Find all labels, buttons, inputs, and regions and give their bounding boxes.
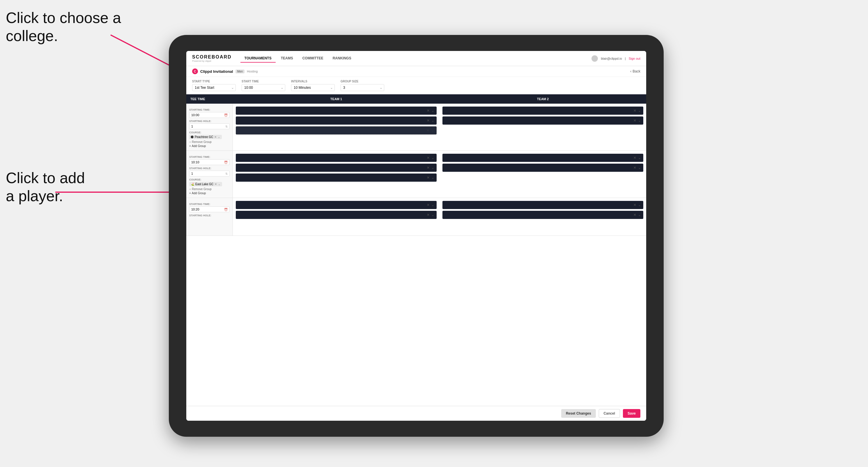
- expand-icon[interactable]: ⌄: [431, 166, 434, 170]
- player-row: ✕ ⌄: [236, 201, 437, 209]
- player-row: ✕ ⌄: [236, 174, 437, 182]
- start-type-select[interactable]: 1st Tee Start: [192, 84, 236, 91]
- hosting-tag: Hosting: [247, 70, 258, 73]
- col-tee-time: Tee Time: [186, 94, 233, 104]
- expand-icon[interactable]: ⌄: [638, 213, 641, 217]
- cancel-button[interactable]: Cancel: [599, 409, 620, 418]
- expand-course-icon-2[interactable]: ⌄: [218, 183, 220, 186]
- tee-team1-1: ✕ ⌄ ✕ ⌄ ✕ ⌄: [233, 104, 439, 151]
- tab-committee[interactable]: COMMITTEE: [298, 55, 328, 63]
- main-content: Tee Time Team 1 Team 2 STARTING TIME: 10…: [186, 94, 646, 406]
- course-label-1: COURSE:: [189, 131, 230, 134]
- tee-team2-1: ✕ ⌄ ✕ ⌄: [439, 104, 646, 151]
- tee-left-2: STARTING TIME: 10:10 ⏰ STARTING HOLE: 1 …: [186, 151, 233, 198]
- course-tag-1[interactable]: 🅐 Peachtree GC ✕ ⌄: [189, 135, 222, 139]
- expand-icon[interactable]: ⌄: [638, 156, 641, 160]
- save-button[interactable]: Save: [623, 409, 640, 418]
- close-icon[interactable]: ✕: [427, 156, 430, 160]
- close-icon[interactable]: ✕: [633, 213, 636, 217]
- intervals-select[interactable]: 10 Minutes: [291, 84, 335, 91]
- close-icon[interactable]: ✕: [427, 176, 430, 180]
- tee-team2-2: ✕ ⌄ ✕ ⌄: [439, 151, 646, 198]
- start-type-label: Start Type: [192, 80, 236, 83]
- minus-icon-2: ○: [189, 187, 191, 191]
- remove-group-btn-1[interactable]: ○ Remove Group: [189, 140, 230, 144]
- group-size-wrapper[interactable]: 3: [341, 84, 384, 91]
- back-button[interactable]: ‹ Back: [630, 69, 640, 73]
- tab-tournaments[interactable]: TOURNAMENTS: [241, 55, 276, 63]
- expand-icon[interactable]: ⌄: [638, 203, 641, 207]
- pipe-separator: |: [625, 57, 626, 60]
- breadcrumb: C Clippd Invitational Men Hosting: [192, 68, 258, 74]
- starting-time-input-2[interactable]: 10:10 ⏰: [189, 159, 230, 165]
- course-tag-2[interactable]: ⛳ East Lake GC ✕ ⌄: [189, 182, 222, 186]
- close-icon[interactable]: ✕: [633, 119, 636, 123]
- starting-hole-input-2[interactable]: 1 ⇅: [189, 170, 230, 177]
- minus-icon-1: ○: [189, 140, 191, 144]
- close-icon[interactable]: ✕: [427, 166, 430, 170]
- remove-course-icon-1[interactable]: ✕: [214, 135, 217, 138]
- starting-time-label-3: STARTING TIME:: [189, 203, 230, 206]
- group-size-select[interactable]: 3: [341, 84, 384, 91]
- expand-icon[interactable]: ⌄: [638, 119, 641, 123]
- tab-rankings[interactable]: RANKINGS: [329, 55, 355, 63]
- expand-icon[interactable]: ⌄: [431, 108, 434, 113]
- start-type-wrapper[interactable]: 1st Tee Start: [192, 84, 236, 91]
- close-icon[interactable]: ✕: [427, 119, 430, 123]
- clock-icon-3: ⏰: [224, 208, 228, 211]
- course-label-2: COURSE:: [189, 178, 230, 181]
- close-icon[interactable]: ✕: [427, 203, 430, 207]
- annotation-line3: Click to add: [6, 169, 85, 186]
- course-golf-icon: ⛳: [191, 183, 194, 186]
- player-row: ✕ ⌄: [442, 164, 643, 172]
- starting-hole-input-1[interactable]: 1 ⇅: [189, 123, 230, 129]
- col-team1: Team 1: [233, 94, 439, 104]
- expand-icon: ⌄: [431, 128, 434, 132]
- starting-time-input-1[interactable]: 10:00 ⏰: [189, 112, 230, 118]
- chevron-updown-icon-1: ⇅: [225, 125, 228, 128]
- expand-icon[interactable]: ⌄: [431, 213, 434, 217]
- player-row: ✕ ⌄: [236, 211, 437, 219]
- group-size-label: Group Size: [341, 80, 384, 83]
- close-icon[interactable]: ✕: [633, 156, 636, 160]
- intervals-group: Intervals 10 Minutes: [291, 80, 335, 91]
- plus-icon-1: +: [189, 145, 191, 148]
- annotation-line4: a player.: [6, 187, 63, 205]
- reset-changes-button[interactable]: Reset Changes: [561, 409, 596, 418]
- start-time-wrapper[interactable]: [242, 84, 285, 91]
- tee-row: STARTING TIME: 10:10 ⏰ STARTING HOLE: 1 …: [186, 151, 646, 198]
- close-icon[interactable]: ✕: [633, 166, 636, 170]
- starting-hole-label-2: STARTING HOLE:: [189, 167, 230, 170]
- expand-icon[interactable]: ⌄: [638, 108, 641, 113]
- expand-icon[interactable]: ⌄: [431, 176, 434, 180]
- expand-course-icon-1[interactable]: ⌄: [218, 135, 220, 138]
- expand-icon[interactable]: ⌄: [431, 203, 434, 207]
- tab-teams[interactable]: TEAMS: [277, 55, 297, 63]
- tee-team1-2: ✕ ⌄ ✕ ⌄ ✕ ⌄: [233, 151, 439, 198]
- expand-icon[interactable]: ⌄: [431, 119, 434, 123]
- close-icon[interactable]: ✕: [633, 203, 636, 207]
- table-header: Tee Time Team 1 Team 2: [186, 94, 646, 104]
- player-row-empty[interactable]: ✕ ⌄: [236, 126, 437, 134]
- remove-course-icon-2[interactable]: ✕: [215, 183, 217, 186]
- close-icon[interactable]: ✕: [427, 213, 430, 217]
- chevron-updown-icon-2: ⇅: [225, 172, 228, 175]
- player-row: ✕ ⌄: [236, 154, 437, 162]
- player-row: ✕ ⌄: [442, 201, 643, 209]
- expand-icon[interactable]: ⌄: [431, 156, 434, 160]
- close-icon[interactable]: ✕: [427, 108, 430, 113]
- sign-out-link[interactable]: Sign out: [629, 57, 640, 60]
- intervals-wrapper[interactable]: 10 Minutes: [291, 84, 335, 91]
- plus-icon-2: +: [189, 192, 191, 195]
- starting-time-input-3[interactable]: 10:20 ⏰: [189, 207, 230, 212]
- expand-icon[interactable]: ⌄: [638, 166, 641, 170]
- close-icon[interactable]: ✕: [633, 108, 636, 113]
- start-type-group: Start Type 1st Tee Start: [192, 80, 236, 91]
- start-time-group: Start Time: [242, 80, 285, 91]
- remove-group-btn-2[interactable]: ○ Remove Group: [189, 187, 230, 191]
- add-group-btn-2[interactable]: + Add Group: [189, 192, 230, 195]
- start-time-input[interactable]: [242, 84, 285, 91]
- col-team2: Team 2: [439, 94, 646, 104]
- starting-hole-label-3: STARTING HOLE:: [189, 214, 230, 217]
- add-group-btn-1[interactable]: + Add Group: [189, 145, 230, 148]
